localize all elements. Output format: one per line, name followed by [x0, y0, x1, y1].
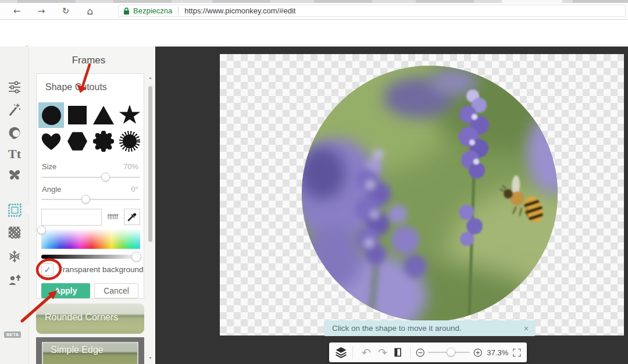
butterfly-icon: [8, 169, 22, 181]
eyedropper-icon: [127, 212, 137, 222]
simple-edge-label: Simple Edge: [51, 345, 104, 355]
scroll-up-icon[interactable]: ▲: [148, 76, 153, 80]
scroll-down-icon[interactable]: ▼: [148, 356, 153, 360]
size-slider-handle[interactable]: [101, 173, 110, 181]
sidebar-item-text[interactable]: Tt: [0, 144, 29, 164]
sidebar-item-themes[interactable]: [0, 247, 29, 266]
starburst-shape-icon: [119, 130, 141, 152]
angle-slider[interactable]: [41, 199, 140, 200]
cancel-button[interactable]: Cancel: [94, 283, 138, 298]
security-label[interactable]: Bezpieczna: [133, 6, 172, 15]
zoom-slider[interactable]: [428, 352, 470, 353]
frame-icon: [8, 203, 22, 217]
shape-tile-square[interactable]: [65, 102, 90, 128]
rounded-corners-label: Rounded Corners: [45, 312, 118, 323]
frame-option-simple-edge[interactable]: Simple Edge: [36, 337, 144, 364]
canvas-bottom-toolbar: ↶ ↷ 37.3%: [329, 342, 527, 362]
url-divider: [178, 7, 179, 15]
shape-tile-scalloped[interactable]: [91, 129, 116, 154]
sliders-icon: [8, 80, 22, 94]
toolbar-divider: [352, 345, 353, 359]
card-title: Shape Cutouts: [45, 82, 107, 92]
color-hex-value[interactable]: ffffff: [103, 213, 123, 221]
hexagon-shape-icon: [67, 131, 87, 151]
layers-icon[interactable]: [335, 345, 347, 359]
zoom-percent-value: 37.3%: [487, 348, 508, 357]
sidebar-item-overlays[interactable]: [0, 165, 29, 185]
back-icon[interactable]: ←: [9, 6, 24, 16]
star-shape-icon: [119, 105, 141, 126]
angle-value: 0°: [131, 185, 138, 194]
editor-toolbar: Editor Open Save: [0, 20, 628, 47]
hue-picker-handle[interactable]: [37, 226, 46, 234]
transparent-background-checkbox[interactable]: ✓: [41, 263, 53, 276]
triangle-shape-icon: [93, 106, 114, 124]
active-tool-pointer: [24, 205, 29, 215]
scalloped-circle-shape-icon: [93, 131, 114, 152]
texture-lattice-icon: [8, 226, 22, 240]
circle-shape-icon: [42, 106, 61, 125]
sidebar-item-collage-share[interactable]: [0, 270, 29, 290]
shape-tile-circle[interactable]: [38, 102, 64, 128]
zoom-slider-handle[interactable]: [447, 348, 455, 356]
brightness-slider-handle[interactable]: [131, 252, 141, 262]
size-value: 70%: [123, 162, 138, 171]
hue-saturation-picker[interactable]: [41, 230, 140, 249]
shape-tile-heart[interactable]: [38, 129, 64, 154]
shape-tile-starburst[interactable]: [117, 129, 142, 154]
square-shape-icon: [68, 106, 87, 124]
picmonkey-editor-window: ← → ↻ ⌂ Bezpieczna https://www.picmonkey…: [0, 0, 628, 364]
transparent-background-label: Transparent background: [58, 265, 144, 274]
zoom-out-icon[interactable]: [416, 347, 424, 358]
zoom-in-icon[interactable]: [473, 347, 482, 358]
frame-option-rounded-corners[interactable]: Rounded Corners: [36, 304, 144, 334]
checkmark-icon: ✓: [44, 265, 51, 275]
person-upload-icon: [8, 273, 22, 287]
tooltip-text: Click on the shape to move it around.: [332, 324, 524, 333]
forward-icon[interactable]: →: [34, 6, 49, 16]
sidebar-item-textures[interactable]: [0, 223, 29, 242]
undo-button[interactable]: ↶: [358, 347, 374, 358]
url-text[interactable]: https://www.picmonkey.com/#edit: [184, 6, 295, 15]
reload-icon[interactable]: ↻: [58, 6, 73, 16]
text-tool-icon: Tt: [8, 147, 21, 162]
eyedropper-button[interactable]: [124, 209, 140, 225]
snowflake-icon: [8, 249, 22, 263]
tooltip-close-icon[interactable]: ×: [524, 324, 529, 333]
sidebar-item-effects[interactable]: [0, 100, 29, 120]
shape-tile-star[interactable]: [117, 102, 142, 128]
redo-button[interactable]: ↷: [374, 347, 391, 358]
fullscreen-icon[interactable]: [513, 348, 521, 358]
canvas-tooltip: Click on the shape to move it around. ×: [324, 320, 536, 336]
scrollbar-thumb[interactable]: [148, 86, 152, 242]
size-label: Size: [42, 162, 56, 171]
angle-slider-handle[interactable]: [81, 195, 90, 204]
browser-toolbar: ← → ↻ ⌂ Bezpieczna https://www.picmonkey…: [0, 3, 628, 20]
frames-panel: Frames Shape Cutouts: [29, 47, 155, 364]
sidebar-item-basic-edits[interactable]: [0, 77, 29, 97]
angle-label: Angle: [42, 185, 61, 194]
apply-button[interactable]: Apply: [41, 283, 90, 298]
home-icon[interactable]: ⌂: [83, 5, 98, 17]
padlock-icon: [123, 7, 130, 15]
brightness-slider[interactable]: [41, 255, 140, 259]
panel-scrollbar[interactable]: ▲ ▼: [148, 76, 153, 361]
tool-beta-badge: BETA: [4, 331, 21, 338]
color-swatch[interactable]: [41, 209, 102, 226]
toolbar-divider: [410, 345, 411, 359]
panel-title: Frames: [29, 55, 148, 66]
heart-shape-icon: [41, 132, 62, 151]
size-slider[interactable]: [41, 177, 140, 178]
flip-canvas-icon[interactable]: [393, 346, 402, 359]
shape-tile-triangle[interactable]: [91, 102, 116, 128]
shape-cutouts-card: Shape Cutouts: [36, 73, 144, 299]
shape-tile-hexagon[interactable]: [65, 129, 90, 154]
sidebar-item-touch-up[interactable]: [0, 123, 29, 142]
magic-wand-icon: [8, 103, 22, 117]
shape-grid: [38, 102, 143, 154]
shape-cutout-photo[interactable]: [302, 66, 558, 322]
wig-icon: [8, 126, 22, 140]
address-bar[interactable]: Bezpieczna https://www.picmonkey.com/#ed…: [118, 5, 626, 17]
